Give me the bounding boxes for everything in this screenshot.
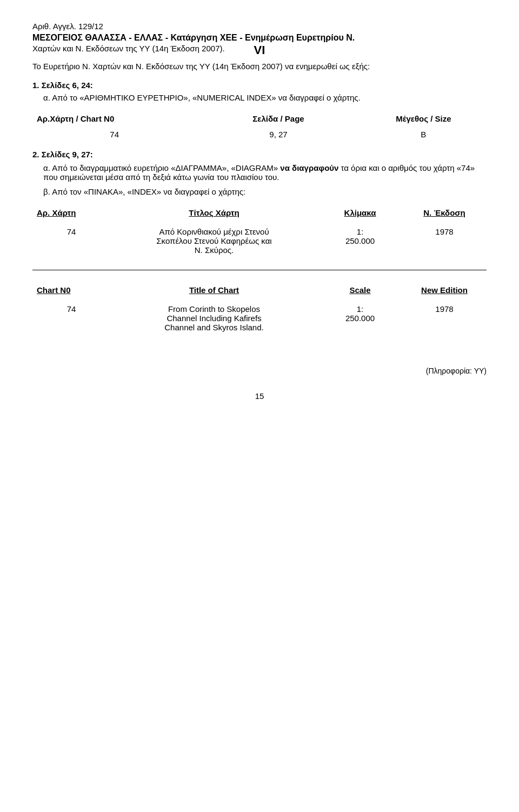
en-col3-header: Scale (318, 283, 402, 297)
section2a-text-part1: Από το διαγραμματικό ευρετήριο «ΔΙΑΓΡΑΜΜ… (52, 163, 278, 172)
en-col2-header: Title of Chart (110, 283, 318, 297)
idx-title-line1: Από Κορινθιακού μέχρι Στενού (115, 227, 314, 236)
section1a-text: Από το «ΑΡΙΘΜΗΤΙΚΟ ΕΥΡΕΤΗΡΙΟ», «NUMERICA… (52, 93, 360, 102)
section2b: β. Από τον «ΠΙΝΑΚΑ», «INDEX» να διαγραφε… (43, 187, 487, 196)
en-edition: 1978 (402, 297, 487, 334)
divider-line (32, 270, 487, 270)
section2a-text-bold: να διαγραφούν (278, 163, 338, 172)
idx-edition: 1978 (402, 219, 487, 257)
greek-table-row: 74 Από Κορινθιακού μέχρι Στενού Σκοπέλου… (32, 219, 487, 257)
col3-header: Μέγεθος / Size (361, 112, 487, 125)
section1a-label: α. (43, 93, 50, 102)
page-number: 15 (32, 391, 487, 401)
en-title-line2: Channel Including Kafirefs (115, 314, 314, 323)
idx-scale-2: 250.000 (322, 236, 398, 245)
english-table-row: 74 From Corinth to Skopelos Channel Incl… (32, 297, 487, 334)
en-col1-header: Chart N0 (32, 283, 110, 297)
greek-index-table: Αρ. Χάρτη Τίτλος Χάρτη Κλίμακα Ν. Έκδοση… (32, 206, 487, 257)
intro-line: Το Ευρετήριο Ν. Χαρτών και Ν. Εκδόσεων τ… (32, 61, 487, 73)
en-scale-1: 1: (322, 304, 398, 314)
greek-table-1: Αρ.Χάρτη / Chart Ν0 Σελίδα / Page Μέγεθο… (32, 112, 487, 141)
section2b-label: β. (43, 187, 50, 196)
section2a-label: α. (43, 163, 50, 172)
chapter-number: VI (254, 43, 265, 57)
section1: 1. Σελίδες 6, 24: α. Από το «ΑΡΙΘΜΗΤΙΚΟ … (32, 81, 487, 102)
en-col4-header: New Edition (402, 283, 487, 297)
col2-header: Σελίδα / Page (196, 112, 360, 125)
section2a: α. Από το διαγραμματικό ευρετήριο «ΔΙΑΓΡ… (43, 163, 487, 182)
info-note: (Πληροφορία: ΥΥ) (32, 367, 487, 375)
idx-col2-header: Τίτλος Χάρτη (110, 206, 318, 219)
en-scale: 1: 250.000 (318, 297, 402, 334)
idx-scale: 1: 250.000 (318, 219, 402, 257)
ref-number: Αριθ. Αγγελ. 129/12 (32, 22, 487, 31)
section2b-text: Από τον «ΠΙΝΑΚΑ», «INDEX» να διαγραφεί ο… (52, 187, 245, 196)
english-index-table: Chart N0 Title of Chart Scale New Editio… (32, 283, 487, 334)
section2-label: 2. Σελίδες 9, 27: (32, 150, 487, 159)
size-cell: Β (361, 125, 487, 141)
table-row: 74 9, 27 Β (32, 125, 487, 141)
page-container: VI Αριθ. Αγγελ. 129/12 ΜΕΣΟΓΕΙΟΣ ΘΑΛΑΣΣΑ… (32, 22, 487, 401)
section1a: α. Από το «ΑΡΙΘΜΗΤΙΚΟ ΕΥΡΕΤΗΡΙΟ», «NUMER… (43, 93, 487, 102)
idx-title: Από Κορινθιακού μέχρι Στενού Σκοπέλου Στ… (110, 219, 318, 257)
title-line1: ΜΕΣΟΓΕΙΟΣ ΘΑΛΑΣΣΑ - ΕΛΛΑΣ - Κατάργηση ΧΕ… (32, 33, 487, 43)
idx-col3-header: Κλίμακα (318, 206, 402, 219)
idx-title-line2: Σκοπέλου Στενού Καφηρέως και (115, 236, 314, 245)
en-title: From Corinth to Skopelos Channel Includi… (110, 297, 318, 334)
en-title-line1: From Corinth to Skopelos (115, 304, 314, 314)
chart-no-cell: 74 (32, 125, 196, 141)
en-title-line3: Channel and Skyros Island. (115, 323, 314, 332)
idx-chart-no: 74 (32, 219, 110, 257)
idx-scale-1: 1: (322, 227, 398, 236)
en-chart-no: 74 (32, 297, 110, 334)
section1-label: 1. Σελίδες 6, 24: (32, 81, 487, 90)
page-cell: 9, 27 (196, 125, 360, 141)
section2: 2. Σελίδες 9, 27: α. Από το διαγραμματικ… (32, 150, 487, 196)
idx-title-line3: Ν. Σκύρος. (115, 245, 314, 255)
idx-col4-header: Ν. Έκδοση (402, 206, 487, 219)
en-scale-2: 250.000 (322, 314, 398, 323)
idx-col1-header: Αρ. Χάρτη (32, 206, 110, 219)
col1-header: Αρ.Χάρτη / Chart Ν0 (32, 112, 196, 125)
